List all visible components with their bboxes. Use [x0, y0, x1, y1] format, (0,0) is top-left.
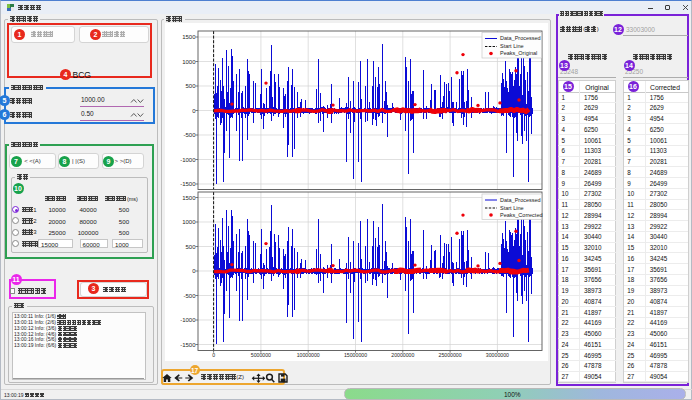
svg-text:Start Line: Start Line	[500, 43, 524, 49]
svg-text:1500: 1500	[182, 34, 196, 40]
svg-text:-1000: -1000	[180, 317, 196, 323]
svg-text:500: 500	[185, 83, 196, 89]
svg-text:1000: 1000	[182, 59, 196, 65]
svg-text:Data_Processed: Data_Processed	[500, 35, 541, 41]
svg-text:500: 500	[185, 244, 196, 250]
svg-text:Peaks_Original: Peaks_Original	[500, 50, 537, 56]
svg-text:-1500: -1500	[180, 181, 196, 187]
svg-text:-1500: -1500	[180, 342, 196, 348]
svg-text:Peaks_Corrected: Peaks_Corrected	[500, 212, 543, 218]
svg-text:-1000: -1000	[180, 157, 196, 163]
svg-text:Data_Processed: Data_Processed	[500, 197, 541, 203]
svg-text:-500: -500	[183, 132, 196, 138]
svg-text:-500: -500	[183, 293, 196, 299]
svg-text:1000: 1000	[182, 219, 196, 225]
svg-text:1500: 1500	[182, 195, 196, 201]
svg-text:Start Line: Start Line	[500, 205, 524, 211]
